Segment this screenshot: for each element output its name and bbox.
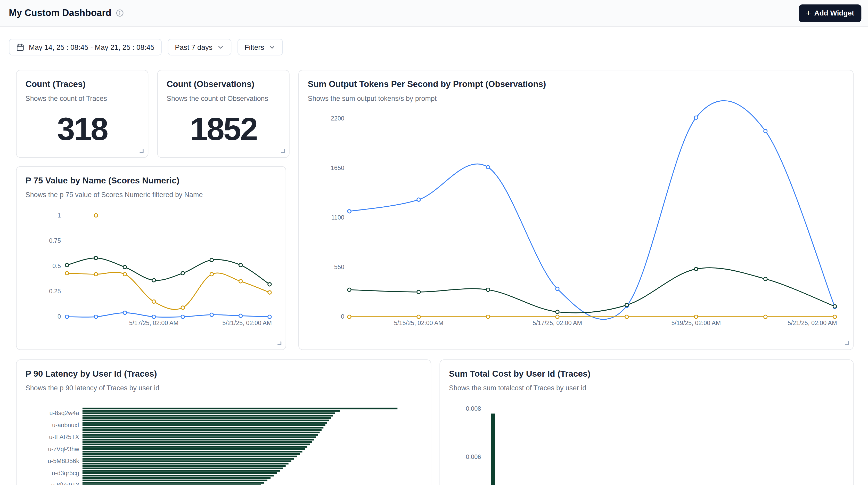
bar[interactable] (83, 422, 327, 424)
bar[interactable] (83, 467, 283, 469)
data-point[interactable] (239, 280, 242, 283)
data-point[interactable] (268, 315, 271, 319)
widget-subtitle: Shows the count of Traces (26, 95, 107, 102)
widget-cost-chart: Sum Total Cost by User Id (Traces) Shows… (439, 359, 854, 485)
data-point[interactable] (625, 315, 628, 319)
data-point[interactable] (556, 310, 559, 313)
filters-dropdown[interactable]: Filters (238, 39, 283, 55)
date-range-picker[interactable]: May 14, 25 : 08:45 - May 21, 25 : 08:45 (9, 39, 161, 55)
data-point[interactable] (417, 290, 420, 294)
data-point[interactable] (123, 272, 127, 276)
data-point[interactable] (625, 303, 628, 307)
resize-handle-icon[interactable] (276, 340, 282, 345)
data-point[interactable] (210, 258, 213, 262)
widget-count-traces: Count (Traces) Shows the count of Traces… (16, 70, 148, 158)
data-point[interactable] (152, 315, 155, 319)
data-point[interactable] (694, 315, 698, 319)
data-point[interactable] (152, 279, 155, 282)
data-point[interactable] (348, 210, 351, 213)
bar[interactable] (83, 434, 318, 436)
data-point[interactable] (65, 263, 69, 267)
bar[interactable] (83, 477, 271, 479)
bar[interactable] (83, 458, 294, 460)
data-point[interactable] (239, 314, 242, 317)
add-widget-button[interactable]: + Add Widget (799, 4, 862, 22)
bar[interactable] (83, 410, 340, 412)
data-point[interactable] (486, 315, 490, 319)
latency-bar-chart[interactable]: u-8sq2w4au-aobnuxfu-tFAR5TXu-zVqP3hwu-5M… (17, 360, 431, 485)
info-icon[interactable] (116, 9, 124, 17)
bar[interactable] (83, 480, 268, 481)
data-point[interactable] (181, 271, 184, 275)
data-point[interactable] (764, 315, 767, 319)
data-point[interactable] (348, 315, 351, 319)
data-point[interactable] (123, 311, 127, 314)
bar[interactable] (83, 420, 329, 421)
axis-label: 5/17/25, 02:00 AM (129, 320, 179, 326)
axis-label: u-aobnuxf (52, 422, 79, 428)
bar[interactable] (83, 432, 320, 433)
bar[interactable] (83, 436, 316, 438)
data-point[interactable] (181, 315, 184, 319)
resize-handle-icon[interactable] (138, 148, 144, 153)
bar[interactable] (83, 424, 326, 426)
data-point[interactable] (268, 283, 271, 286)
data-point[interactable] (152, 300, 155, 303)
bar[interactable] (83, 470, 280, 472)
bar[interactable] (83, 451, 303, 453)
data-point[interactable] (417, 315, 420, 319)
bar[interactable] (83, 407, 397, 410)
data-point[interactable] (764, 129, 767, 133)
bar[interactable] (83, 482, 264, 484)
data-point[interactable] (833, 305, 837, 308)
data-point[interactable] (65, 315, 69, 319)
data-point[interactable] (694, 116, 698, 119)
bar[interactable] (83, 417, 331, 419)
bar[interactable] (83, 413, 335, 414)
data-point[interactable] (486, 165, 490, 169)
bar[interactable] (83, 441, 312, 443)
data-point[interactable] (210, 272, 213, 276)
data-point[interactable] (486, 288, 490, 291)
bar[interactable] (83, 456, 297, 457)
bar[interactable] (83, 463, 288, 465)
bar[interactable] (491, 414, 495, 485)
data-point[interactable] (268, 291, 271, 294)
data-point[interactable] (417, 198, 420, 201)
data-point[interactable] (181, 306, 184, 309)
bar[interactable] (83, 448, 305, 450)
bar[interactable] (83, 465, 286, 467)
data-point[interactable] (210, 313, 213, 316)
data-point[interactable] (94, 272, 97, 276)
resize-handle-icon[interactable] (280, 148, 285, 153)
bar[interactable] (83, 427, 323, 428)
data-point[interactable] (764, 277, 767, 281)
data-point[interactable] (94, 214, 97, 217)
bar[interactable] (83, 460, 291, 462)
p75-line-chart[interactable]: 00.250.50.7515/17/25, 02:00 AM5/21/25, 0… (17, 166, 285, 349)
data-point[interactable] (556, 287, 559, 291)
filters-label: Filters (245, 43, 264, 51)
widget-tokens-chart: Sum Output Tokens Per Second by Prompt (… (298, 70, 854, 350)
data-point[interactable] (833, 315, 837, 319)
data-point[interactable] (123, 266, 127, 269)
cost-bar-chart[interactable]: 0.0060.008 (440, 360, 853, 485)
data-point[interactable] (65, 271, 69, 275)
data-point[interactable] (94, 315, 97, 319)
bar[interactable] (83, 444, 310, 445)
tokens-line-chart[interactable]: 05501100165022005/15/25, 02:00 AM5/17/25… (299, 70, 853, 350)
resize-handle-icon[interactable] (844, 340, 849, 345)
bar[interactable] (83, 439, 314, 441)
bar[interactable] (83, 415, 333, 417)
data-point[interactable] (694, 267, 698, 271)
bar[interactable] (83, 453, 300, 455)
bar[interactable] (83, 446, 307, 448)
date-preset-dropdown[interactable]: Past 7 days (167, 39, 231, 55)
bar[interactable] (83, 429, 321, 431)
bar[interactable] (83, 475, 274, 477)
data-point[interactable] (556, 315, 559, 319)
data-point[interactable] (348, 288, 351, 291)
bar[interactable] (83, 472, 277, 474)
data-point[interactable] (239, 263, 242, 267)
data-point[interactable] (94, 256, 97, 260)
